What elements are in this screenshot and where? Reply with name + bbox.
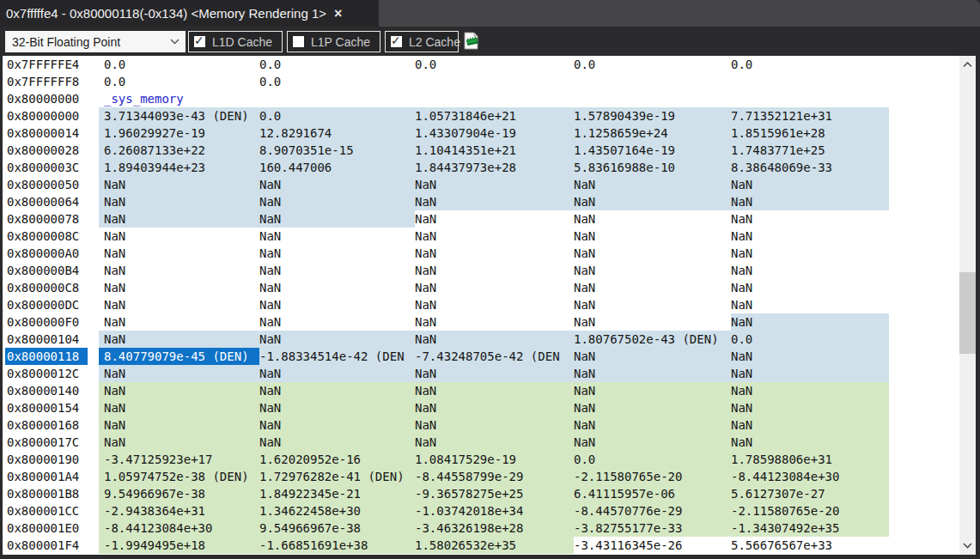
address-label-selected[interactable]: 0x80000118	[5, 348, 88, 365]
memory-cell[interactable]: NaN	[99, 399, 259, 416]
scroll-up-icon[interactable]	[959, 58, 976, 72]
memory-cell[interactable]: 1.43307904e-19	[415, 125, 574, 142]
memory-cell[interactable]: 1.1258659e+24	[574, 125, 731, 142]
memory-cell[interactable]: NaN	[99, 245, 259, 262]
memory-cell[interactable]: NaN	[99, 193, 259, 210]
memory-cell[interactable]: NaN	[99, 262, 259, 279]
memory-cell[interactable]: NaN	[574, 365, 731, 382]
memory-cell[interactable]: 9.54966967e-38	[259, 520, 415, 537]
memory-cell[interactable]: 1.80767502e-43 (DEN)	[574, 331, 731, 348]
memory-cell[interactable]: 1.78598806e+31	[731, 451, 889, 468]
address-label[interactable]: 0x800001CC	[5, 502, 88, 520]
memory-cell[interactable]: 0.0	[731, 331, 889, 348]
address-label[interactable]: 0x800000C8	[5, 279, 88, 296]
memory-cell[interactable]: -3.82755177e-33	[574, 520, 731, 537]
memory-cell[interactable]: 160.447006	[259, 159, 415, 176]
memory-cell[interactable]: NaN	[259, 176, 415, 193]
memory-cell[interactable]: NaN	[259, 313, 415, 331]
address-label[interactable]: 0x80000000	[5, 90, 88, 107]
l1d-cache-toggle[interactable]: ✓ L1D Cache	[188, 31, 283, 52]
memory-cell[interactable]: 1.72976282e-41 (DEN)	[259, 468, 415, 485]
memory-cell[interactable]: NaN	[574, 193, 731, 210]
memory-cell[interactable]: 1.08417529e-19	[415, 451, 574, 468]
memory-cell[interactable]: -8.44570776e-29	[574, 502, 731, 520]
memory-cell[interactable]: NaN	[731, 245, 889, 262]
memory-cell[interactable]: NaN	[99, 331, 259, 348]
memory-cell[interactable]: 6.41115957e-06	[574, 485, 731, 502]
memory-cell[interactable]: 3.71344093e-43 (DEN)	[99, 107, 259, 125]
memory-cell[interactable]: 1.84437973e+28	[415, 159, 574, 176]
memory-cell[interactable]: 12.8291674	[259, 125, 415, 142]
address-label[interactable]: 0x80000050	[5, 176, 88, 193]
memory-cell[interactable]: 1.58026532e+35	[415, 537, 574, 554]
address-label[interactable]: 0x7FFFFFF8	[5, 73, 88, 90]
memory-cell[interactable]: NaN	[574, 245, 731, 262]
memory-cell[interactable]: NaN	[415, 176, 574, 193]
memory-cell[interactable]: 0.0	[574, 56, 731, 73]
memory-cell[interactable]: 1.57890439e-19	[574, 107, 731, 125]
memory-cell[interactable]: 1.8515961e+28	[731, 125, 889, 142]
memory-cell[interactable]: NaN	[259, 382, 415, 399]
memory-cell[interactable]: NaN	[731, 313, 889, 331]
memory-cell[interactable]: NaN	[574, 399, 731, 416]
memory-cell[interactable]: 1.89403944e+23	[99, 159, 259, 176]
memory-cell[interactable]: NaN	[99, 176, 259, 193]
memory-cell[interactable]: NaN	[99, 365, 259, 382]
memory-cell[interactable]: -8.44558799e-29	[415, 468, 574, 485]
memory-cell[interactable]: NaN	[574, 210, 731, 228]
memory-cell[interactable]: NaN	[259, 210, 415, 228]
address-label[interactable]: 0x80000014	[5, 125, 88, 142]
memory-cell[interactable]: NaN	[415, 228, 574, 245]
address-label[interactable]: 0x80000078	[5, 210, 88, 228]
memory-cell[interactable]: NaN	[415, 416, 574, 434]
address-label[interactable]: 0x80000064	[5, 193, 88, 210]
memory-cell[interactable]	[574, 73, 731, 90]
address-label[interactable]: 0x800001E0	[5, 520, 88, 537]
memory-cell[interactable]: -2.11580765e-20	[731, 502, 889, 520]
memory-cell[interactable]: NaN	[259, 365, 415, 382]
memory-cell[interactable]: NaN	[99, 416, 259, 434]
memory-cell[interactable]: 1.96029927e-19	[99, 125, 259, 142]
memory-cell[interactable]: NaN	[259, 262, 415, 279]
memory-cell[interactable]: NaN	[574, 348, 731, 365]
memory-cell[interactable]: NaN	[731, 434, 889, 451]
memory-cell[interactable]: NaN	[731, 365, 889, 382]
memory-cell[interactable]: NaN	[415, 210, 574, 228]
format-select[interactable]: 32-Bit Floating Point	[5, 31, 186, 52]
memory-cell[interactable]: NaN	[574, 434, 731, 451]
memory-cell[interactable]	[415, 73, 574, 90]
memory-cell[interactable]: NaN	[99, 296, 259, 313]
memory-cell[interactable]: NaN	[415, 296, 574, 313]
memory-cell[interactable]: 1.43507164e-19	[574, 142, 731, 159]
address-label[interactable]: 0x7FFFFFE4	[5, 56, 88, 73]
memory-cell[interactable]: NaN	[99, 434, 259, 451]
memory-cell[interactable]: NaN	[731, 279, 889, 296]
address-label[interactable]: 0x800001B8	[5, 485, 88, 502]
address-label[interactable]: 0x80000168	[5, 416, 88, 434]
memory-cell[interactable]: NaN	[259, 245, 415, 262]
memory-cell[interactable]: NaN	[259, 399, 415, 416]
memory-cell[interactable]: 0.0	[731, 56, 889, 73]
memory-cell[interactable]: 5.83616988e-10	[574, 159, 731, 176]
memory-cell[interactable]: NaN	[731, 296, 889, 313]
memory-cell[interactable]: 8.9070351e-15	[259, 142, 415, 159]
memory-cell[interactable]: -2.9438364e+31	[99, 502, 259, 520]
memory-cell[interactable]: NaN	[259, 434, 415, 451]
memory-cell[interactable]: NaN	[731, 348, 889, 365]
memory-cell[interactable]: NaN	[574, 382, 731, 399]
memory-cell[interactable]: NaN	[99, 228, 259, 245]
memory-cell[interactable]: -1.66851691e+38	[259, 537, 415, 554]
address-label[interactable]: 0x80000190	[5, 451, 88, 468]
scroll-down-icon[interactable]	[959, 538, 976, 553]
memory-cell[interactable]: 0.0	[415, 56, 574, 73]
memory-cell[interactable]: NaN	[99, 313, 259, 331]
memory-cell[interactable]: NaN	[731, 399, 889, 416]
memory-cell[interactable]: NaN	[415, 331, 574, 348]
memory-cell[interactable]: NaN	[415, 279, 574, 296]
memory-cell[interactable]: 0.0	[99, 73, 259, 90]
memory-cell[interactable]: -1.88334514e-42 (DEN	[259, 348, 415, 365]
memory-cell[interactable]: 0.0	[99, 56, 259, 73]
memory-cell[interactable]: 0.0	[259, 56, 415, 73]
memory-cell[interactable]: NaN	[574, 416, 731, 434]
memory-cell[interactable]: 1.62020952e-16	[259, 451, 415, 468]
